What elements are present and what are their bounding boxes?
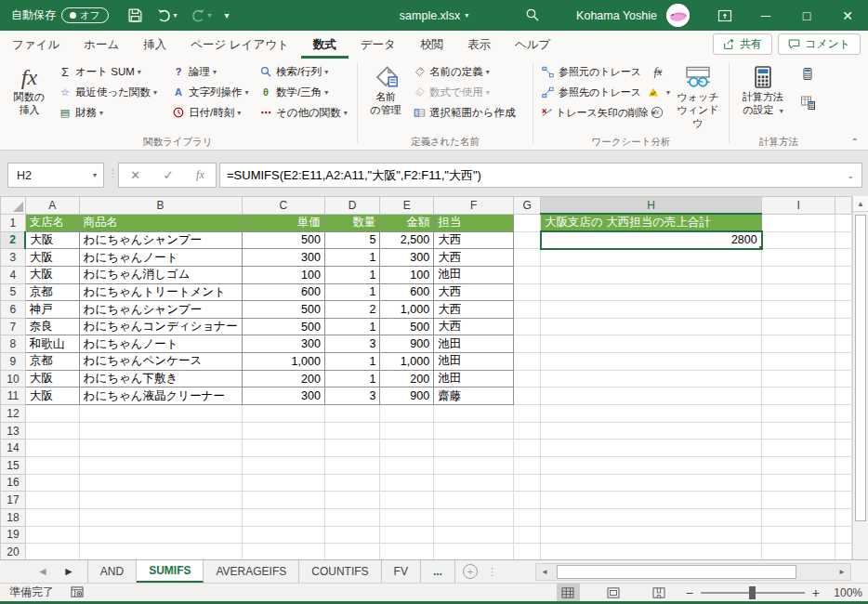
cell-partial-14[interactable] [835, 440, 852, 457]
cell-H16[interactable] [541, 474, 762, 492]
cell-E14[interactable] [380, 440, 434, 457]
cell-H9[interactable] [541, 353, 762, 371]
zoom-slider-thumb[interactable] [749, 586, 756, 599]
cell-G11[interactable] [514, 387, 541, 405]
cell-E5[interactable]: 600 [380, 283, 434, 301]
cell-F17[interactable] [434, 492, 514, 509]
zoom-slider[interactable] [701, 592, 805, 594]
cell-H20[interactable] [541, 544, 762, 559]
cell-partial-10[interactable] [835, 370, 852, 387]
cell-F6[interactable]: 大西 [434, 301, 514, 319]
row-header-16[interactable]: 16 [1, 474, 26, 492]
cell-F16[interactable] [434, 474, 514, 492]
cell-E18[interactable] [380, 508, 434, 526]
cell-E19[interactable] [380, 526, 434, 544]
cell-B8[interactable]: わにちゃんノート [79, 335, 242, 353]
collapse-ribbon-button[interactable]: ⌃ [851, 137, 859, 147]
cell-F20[interactable] [434, 544, 514, 559]
cell-C17[interactable] [242, 492, 324, 509]
name-box[interactable]: H2 ▾ [7, 163, 104, 188]
cell-B17[interactable] [79, 492, 242, 509]
cell-F1[interactable]: 担当 [434, 214, 514, 231]
cell-I17[interactable] [762, 492, 835, 509]
financial-button[interactable]: ▤財務▾ [55, 102, 168, 123]
cell-D4[interactable]: 1 [324, 266, 380, 283]
cell-E8[interactable]: 900 [380, 335, 434, 353]
cell-E9[interactable]: 1,000 [380, 353, 434, 371]
name-box-dropdown-arrow-icon[interactable]: ▾ [86, 171, 103, 179]
cell-E12[interactable] [380, 405, 434, 423]
datetime-button[interactable]: 日付/時刻▾ [168, 102, 256, 123]
cell-A11[interactable]: 大阪 [25, 387, 79, 405]
row-header-15[interactable]: 15 [1, 456, 26, 474]
cell-H19[interactable] [541, 526, 762, 544]
vertical-scrollbar[interactable]: ▲ [852, 196, 868, 559]
ribbon-tab-2[interactable]: 挿入 [131, 31, 178, 59]
cell-B19[interactable] [79, 526, 242, 544]
cell-C15[interactable] [242, 456, 324, 474]
col-header-partial[interactable] [835, 197, 852, 215]
cell-partial-15[interactable] [835, 456, 852, 474]
cell-H1[interactable]: 大阪支店の 大西担当の売上合計 [541, 214, 762, 231]
cell-I4[interactable] [762, 266, 835, 283]
sheet-nav-left-icon[interactable]: ◄ [37, 565, 48, 578]
cell-partial-8[interactable] [835, 335, 852, 353]
fill-handle[interactable] [758, 245, 762, 249]
cell-B12[interactable] [79, 405, 242, 423]
cell-F5[interactable]: 大西 [434, 283, 514, 301]
cell-I8[interactable] [762, 335, 835, 353]
cell-H13[interactable] [541, 422, 762, 440]
cell-C2[interactable]: 500 [242, 231, 324, 249]
cell-D12[interactable] [324, 405, 380, 423]
cell-E7[interactable]: 500 [380, 318, 434, 335]
cell-D11[interactable]: 3 [324, 387, 380, 405]
zoom-in-button[interactable]: + [812, 585, 820, 600]
row-header-2[interactable]: 2 [1, 231, 26, 249]
cell-F13[interactable] [434, 422, 514, 440]
cell-D9[interactable]: 1 [324, 353, 380, 371]
cell-partial-20[interactable] [835, 544, 852, 559]
error-checking-button[interactable]: ▾ [643, 82, 673, 102]
row-header-7[interactable]: 7 [1, 318, 26, 335]
comments-button[interactable]: コメント [778, 33, 861, 55]
cell-A2[interactable]: 大阪 [25, 231, 79, 249]
remove-arrows-button[interactable]: トレース矢印の削除▾ [538, 102, 644, 123]
cell-B4[interactable]: わにちゃん消しゴム [79, 266, 242, 283]
horizontal-scrollbar-thumb[interactable] [557, 565, 796, 579]
more-functions-button[interactable]: ⋯その他の関数▾ [256, 102, 352, 123]
cell-E2[interactable]: 2,500 [380, 231, 434, 249]
cell-B11[interactable]: わにちゃん液晶クリーナー [79, 387, 242, 405]
cell-F7[interactable]: 大西 [434, 318, 514, 335]
cell-E1[interactable]: 金額 [380, 214, 434, 231]
cell-I12[interactable] [762, 405, 835, 423]
insert-function-fx-button[interactable]: fx [196, 168, 204, 182]
ribbon-tab-8[interactable]: ヘルプ [503, 31, 562, 59]
page-break-view-button[interactable] [648, 584, 671, 601]
insert-function-button[interactable]: fx 関数の 挿入 [7, 61, 51, 117]
cell-partial-2[interactable] [835, 231, 852, 249]
cell-E10[interactable]: 200 [380, 370, 434, 387]
cell-F10[interactable]: 池田 [434, 370, 514, 387]
show-formulas-button[interactable]: fx [651, 61, 665, 82]
sheet-tab-SUMIFS[interactable]: SUMIFS [137, 560, 204, 583]
col-header-F[interactable]: F [434, 197, 514, 215]
autosum-button[interactable]: Σオート SUM▾ [55, 61, 168, 82]
cell-D5[interactable]: 1 [324, 283, 380, 301]
cell-G2[interactable] [514, 231, 541, 249]
cell-D13[interactable] [324, 422, 380, 440]
cell-B18[interactable] [79, 508, 242, 526]
autosave-toggle[interactable]: 自動保存 オフ [11, 7, 109, 23]
ribbon-tab-0[interactable]: ファイル [0, 31, 72, 59]
avatar[interactable] [666, 4, 690, 27]
cell-G7[interactable] [514, 318, 541, 335]
cell-I20[interactable] [762, 544, 835, 559]
cell-C5[interactable]: 600 [242, 283, 324, 301]
enter-entry-button[interactable]: ✓ [164, 168, 174, 182]
cell-B5[interactable]: わにちゃんトリートメント [79, 283, 242, 301]
cell-B9[interactable]: わにちゃんペンケース [79, 353, 242, 371]
ribbon-tab-6[interactable]: 校閲 [408, 31, 455, 59]
cell-D17[interactable] [324, 492, 380, 509]
cell-A12[interactable] [25, 405, 79, 423]
cell-D19[interactable] [324, 526, 380, 544]
cell-C18[interactable] [242, 508, 324, 526]
